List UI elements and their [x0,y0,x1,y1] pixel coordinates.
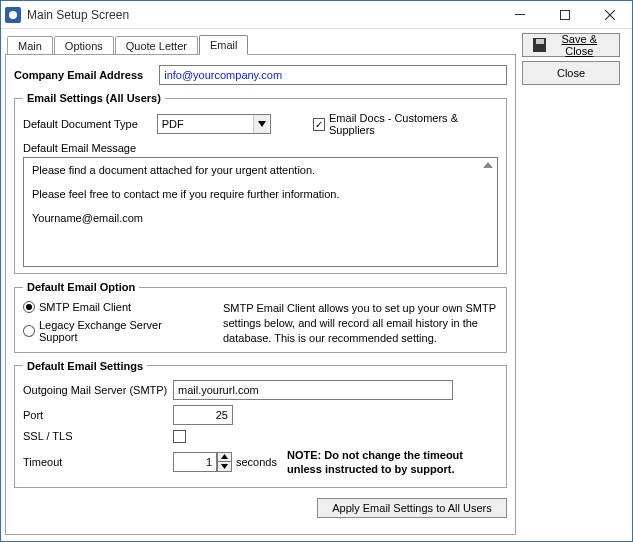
window-title: Main Setup Screen [27,8,497,22]
save-icon [533,38,546,52]
email-tab-pane: Company Email Address Email Settings (Al… [5,54,516,535]
timeout-label: Timeout [23,456,173,468]
maximize-button[interactable] [542,1,587,29]
svg-marker-4 [258,121,266,127]
server-label: Outgoing Mail Server (SMTP) [23,384,173,396]
svg-marker-5 [221,454,228,459]
ssl-label: SSL / TLS [23,430,173,442]
doc-type-select[interactable]: PDF [157,114,272,134]
main-window: Main Setup Screen Main Options Quote Let… [0,0,633,542]
tab-strip: Main Options Quote Letter Email [5,32,516,54]
svg-rect-1 [560,10,569,19]
company-email-input[interactable] [159,65,507,85]
tab-main[interactable]: Main [7,36,53,55]
tab-options[interactable]: Options [54,36,114,55]
email-docs-checkbox[interactable]: ✓ [313,118,325,131]
timeout-input[interactable] [173,452,217,472]
port-label: Port [23,409,173,421]
svg-rect-0 [515,14,525,15]
email-settings-group: Email Settings (All Users) Default Docum… [14,92,507,274]
email-docs-label: Email Docs - Customers & Suppliers [329,112,498,136]
default-msg-textarea[interactable]: Please find a document attached for your… [23,157,498,267]
app-icon [5,7,21,23]
smtp-settings-group: Default Email Settings Outgoing Mail Ser… [14,360,507,489]
timeout-note: NOTE: Do not change the timeout unless i… [287,448,498,477]
minimize-button[interactable] [497,1,542,29]
tab-email[interactable]: Email [199,35,249,55]
titlebar: Main Setup Screen [1,1,632,29]
msg-line-3: Yourname@email.com [32,212,489,224]
smtp-radio[interactable] [23,301,35,313]
option-description: SMTP Email Client allows you to set up y… [223,301,498,346]
legacy-radio[interactable] [23,325,35,337]
save-close-button[interactable]: Save & Close [522,33,620,57]
timeout-down-button[interactable] [217,462,232,472]
doc-type-value: PDF [162,118,184,130]
port-input[interactable] [173,405,233,425]
close-button[interactable]: Close [522,61,620,85]
scroll-up-icon[interactable] [483,162,493,168]
server-input[interactable] [173,380,453,400]
ssl-checkbox[interactable] [173,430,186,443]
default-option-legend: Default Email Option [23,281,139,293]
msg-line-2: Please feel free to contact me if you re… [32,188,489,200]
doc-type-label: Default Document Type [23,118,145,130]
timeout-up-button[interactable] [217,452,232,462]
msg-line-1: Please find a document attached for your… [32,164,489,176]
legacy-radio-label: Legacy Exchange Server Support [39,319,203,343]
smtp-settings-legend: Default Email Settings [23,360,147,372]
default-option-group: Default Email Option SMTP Email Client L… [14,281,507,353]
smtp-radio-label: SMTP Email Client [39,301,131,313]
save-close-label: Save & Close [550,33,610,57]
close-label: Close [557,67,585,79]
seconds-label: seconds [236,456,277,468]
company-email-label: Company Email Address [14,69,143,81]
dropdown-arrow-icon [253,115,269,133]
close-window-button[interactable] [587,1,632,29]
svg-marker-6 [221,464,228,469]
tab-quote-letter[interactable]: Quote Letter [115,36,198,55]
email-settings-legend: Email Settings (All Users) [23,92,165,104]
apply-settings-button[interactable]: Apply Email Settings to All Users [317,498,507,518]
default-msg-label: Default Email Message [23,142,498,154]
